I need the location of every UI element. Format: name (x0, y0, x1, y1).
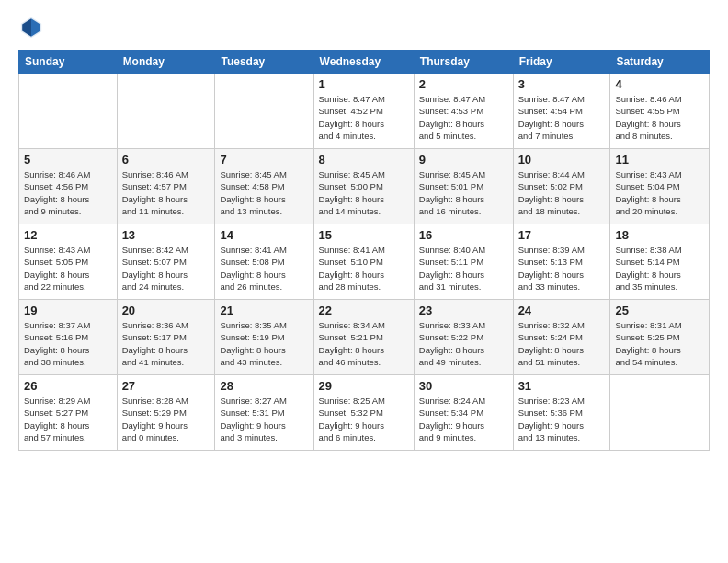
page: SundayMondayTuesdayWednesdayThursdayFrid… (0, 0, 728, 563)
day-info: Sunrise: 8:39 AM Sunset: 5:13 PM Dayligh… (518, 244, 606, 293)
calendar-cell: 15Sunrise: 8:41 AM Sunset: 5:10 PM Dayli… (313, 224, 414, 300)
day-info: Sunrise: 8:37 AM Sunset: 5:16 PM Dayligh… (24, 319, 112, 368)
day-info: Sunrise: 8:47 AM Sunset: 4:53 PM Dayligh… (419, 93, 508, 142)
calendar-cell: 6Sunrise: 8:46 AM Sunset: 4:57 PM Daylig… (117, 149, 215, 224)
day-number: 30 (419, 379, 508, 393)
day-number: 9 (419, 153, 508, 167)
day-number: 3 (518, 77, 606, 91)
day-info: Sunrise: 8:38 AM Sunset: 5:14 PM Dayligh… (615, 244, 704, 293)
calendar-cell: 31Sunrise: 8:23 AM Sunset: 5:36 PM Dayli… (513, 375, 610, 451)
day-info: Sunrise: 8:45 AM Sunset: 4:58 PM Dayligh… (220, 168, 308, 217)
day-info: Sunrise: 8:47 AM Sunset: 4:52 PM Dayligh… (319, 93, 409, 142)
logo-icon (18, 15, 44, 40)
calendar-cell: 16Sunrise: 8:40 AM Sunset: 5:11 PM Dayli… (414, 224, 513, 300)
header (18, 15, 710, 40)
calendar-cell: 11Sunrise: 8:43 AM Sunset: 5:04 PM Dayli… (610, 149, 710, 224)
day-info: Sunrise: 8:44 AM Sunset: 5:02 PM Dayligh… (518, 168, 606, 217)
calendar-cell: 22Sunrise: 8:34 AM Sunset: 5:21 PM Dayli… (313, 300, 414, 375)
day-info: Sunrise: 8:45 AM Sunset: 5:00 PM Dayligh… (319, 168, 409, 217)
day-number: 4 (615, 77, 704, 91)
day-number: 18 (615, 228, 704, 242)
calendar-col-header: Friday (513, 51, 610, 74)
day-info: Sunrise: 8:46 AM Sunset: 4:55 PM Dayligh… (615, 93, 704, 142)
calendar-cell: 12Sunrise: 8:43 AM Sunset: 5:05 PM Dayli… (19, 224, 118, 300)
calendar-week-row: 26Sunrise: 8:29 AM Sunset: 5:27 PM Dayli… (19, 375, 710, 451)
calendar-cell: 17Sunrise: 8:39 AM Sunset: 5:13 PM Dayli… (513, 224, 610, 300)
day-info: Sunrise: 8:45 AM Sunset: 5:01 PM Dayligh… (419, 168, 508, 217)
day-number: 6 (122, 153, 210, 167)
calendar-cell: 18Sunrise: 8:38 AM Sunset: 5:14 PM Dayli… (610, 224, 710, 300)
calendar-cell: 1Sunrise: 8:47 AM Sunset: 4:52 PM Daylig… (313, 74, 414, 149)
day-number: 26 (24, 379, 112, 393)
calendar-cell: 29Sunrise: 8:25 AM Sunset: 5:32 PM Dayli… (313, 375, 414, 451)
calendar-cell: 2Sunrise: 8:47 AM Sunset: 4:53 PM Daylig… (414, 74, 513, 149)
calendar-cell (19, 74, 118, 149)
calendar-cell: 3Sunrise: 8:47 AM Sunset: 4:54 PM Daylig… (513, 74, 610, 149)
day-number: 25 (615, 304, 704, 317)
day-info: Sunrise: 8:32 AM Sunset: 5:24 PM Dayligh… (518, 319, 606, 368)
calendar-cell: 27Sunrise: 8:28 AM Sunset: 5:29 PM Dayli… (117, 375, 215, 451)
calendar-cell: 23Sunrise: 8:33 AM Sunset: 5:22 PM Dayli… (414, 300, 513, 375)
calendar-cell: 21Sunrise: 8:35 AM Sunset: 5:19 PM Dayli… (215, 300, 313, 375)
day-info: Sunrise: 8:40 AM Sunset: 5:11 PM Dayligh… (419, 244, 508, 293)
day-number: 10 (518, 153, 606, 167)
day-info: Sunrise: 8:23 AM Sunset: 5:36 PM Dayligh… (518, 395, 606, 443)
calendar-cell: 20Sunrise: 8:36 AM Sunset: 5:17 PM Dayli… (117, 300, 215, 375)
calendar-col-header: Wednesday (313, 51, 414, 74)
calendar-cell: 13Sunrise: 8:42 AM Sunset: 5:07 PM Dayli… (117, 224, 215, 300)
calendar-cell: 30Sunrise: 8:24 AM Sunset: 5:34 PM Dayli… (414, 375, 513, 451)
day-number: 17 (518, 228, 606, 242)
day-number: 31 (518, 379, 606, 393)
calendar-week-row: 12Sunrise: 8:43 AM Sunset: 5:05 PM Dayli… (19, 224, 710, 300)
calendar-cell: 26Sunrise: 8:29 AM Sunset: 5:27 PM Dayli… (19, 375, 118, 451)
day-info: Sunrise: 8:47 AM Sunset: 4:54 PM Dayligh… (518, 93, 606, 142)
day-number: 28 (220, 379, 308, 393)
day-number: 24 (518, 304, 606, 317)
day-number: 1 (319, 77, 409, 91)
day-info: Sunrise: 8:46 AM Sunset: 4:57 PM Dayligh… (122, 168, 210, 217)
day-info: Sunrise: 8:33 AM Sunset: 5:22 PM Dayligh… (419, 319, 508, 368)
calendar-cell: 14Sunrise: 8:41 AM Sunset: 5:08 PM Dayli… (215, 224, 313, 300)
day-number: 5 (24, 153, 112, 167)
day-number: 2 (419, 77, 508, 91)
day-number: 11 (615, 153, 704, 167)
calendar-col-header: Thursday (414, 51, 513, 74)
calendar-header-row: SundayMondayTuesdayWednesdayThursdayFrid… (19, 51, 710, 74)
calendar-cell: 9Sunrise: 8:45 AM Sunset: 5:01 PM Daylig… (414, 149, 513, 224)
calendar-cell: 5Sunrise: 8:46 AM Sunset: 4:56 PM Daylig… (19, 149, 118, 224)
day-number: 21 (220, 304, 308, 317)
calendar-cell: 4Sunrise: 8:46 AM Sunset: 4:55 PM Daylig… (610, 74, 710, 149)
day-info: Sunrise: 8:27 AM Sunset: 5:31 PM Dayligh… (220, 395, 308, 443)
calendar-cell: 10Sunrise: 8:44 AM Sunset: 5:02 PM Dayli… (513, 149, 610, 224)
day-info: Sunrise: 8:41 AM Sunset: 5:10 PM Dayligh… (319, 244, 409, 293)
day-number: 23 (419, 304, 508, 317)
day-info: Sunrise: 8:43 AM Sunset: 5:04 PM Dayligh… (615, 168, 704, 217)
calendar-week-row: 1Sunrise: 8:47 AM Sunset: 4:52 PM Daylig… (19, 74, 710, 149)
day-number: 20 (122, 304, 210, 317)
calendar-col-header: Saturday (610, 51, 710, 74)
calendar-cell: 7Sunrise: 8:45 AM Sunset: 4:58 PM Daylig… (215, 149, 313, 224)
calendar-col-header: Tuesday (215, 51, 313, 74)
day-info: Sunrise: 8:24 AM Sunset: 5:34 PM Dayligh… (419, 395, 508, 443)
day-number: 15 (319, 228, 409, 242)
calendar-cell (610, 375, 710, 451)
day-number: 12 (24, 228, 112, 242)
day-info: Sunrise: 8:41 AM Sunset: 5:08 PM Dayligh… (220, 244, 308, 293)
day-number: 7 (220, 153, 308, 167)
calendar-table: SundayMondayTuesdayWednesdayThursdayFrid… (18, 50, 710, 451)
calendar-cell: 24Sunrise: 8:32 AM Sunset: 5:24 PM Dayli… (513, 300, 610, 375)
day-info: Sunrise: 8:25 AM Sunset: 5:32 PM Dayligh… (319, 395, 409, 443)
calendar-cell (215, 74, 313, 149)
day-number: 22 (319, 304, 409, 317)
day-info: Sunrise: 8:28 AM Sunset: 5:29 PM Dayligh… (122, 395, 210, 443)
day-info: Sunrise: 8:42 AM Sunset: 5:07 PM Dayligh… (122, 244, 210, 293)
day-info: Sunrise: 8:34 AM Sunset: 5:21 PM Dayligh… (319, 319, 409, 368)
logo (18, 15, 48, 40)
calendar-cell (117, 74, 215, 149)
day-number: 19 (24, 304, 112, 317)
calendar-cell: 25Sunrise: 8:31 AM Sunset: 5:25 PM Dayli… (610, 300, 710, 375)
calendar-col-header: Sunday (19, 51, 118, 74)
calendar-week-row: 5Sunrise: 8:46 AM Sunset: 4:56 PM Daylig… (19, 149, 710, 224)
calendar-cell: 28Sunrise: 8:27 AM Sunset: 5:31 PM Dayli… (215, 375, 313, 451)
calendar-col-header: Monday (117, 51, 215, 74)
